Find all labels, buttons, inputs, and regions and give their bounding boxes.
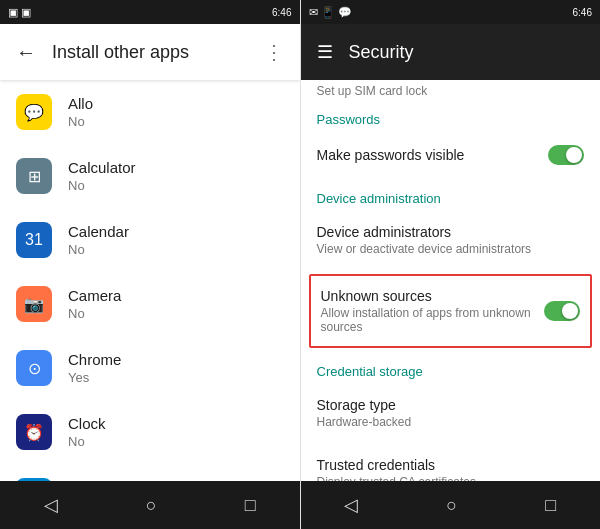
left-toolbar: ← Install other apps ⋮ — [0, 24, 300, 80]
app-list: 💬 Allo No ⊞ Calculator No 31 Calendar No… — [0, 80, 300, 481]
settings-item-row: Storage type Hardware-backed — [317, 397, 585, 429]
settings-item-text: Trusted credentials Display trusted CA c… — [317, 457, 476, 481]
right-bottom-nav: ◁ ○ □ — [301, 481, 601, 529]
left-status-bar: ▣ ▣ 6:46 — [0, 0, 300, 24]
settings-list: Set up SIM card lock Passwords Make pass… — [301, 80, 601, 481]
recents-nav-button[interactable]: □ — [229, 487, 272, 524]
app-status: No — [68, 306, 284, 321]
left-status-time: 6:46 — [272, 7, 291, 18]
left-status-right: 6:46 — [272, 7, 291, 18]
settings-item[interactable]: Make passwords visible — [301, 131, 601, 179]
app-status: No — [68, 242, 284, 257]
settings-item[interactable]: Device administrators View or deactivate… — [301, 210, 601, 270]
settings-item-title: Trusted credentials — [317, 457, 476, 473]
back-nav-button[interactable]: ◁ — [28, 486, 74, 524]
app-info: Calculator No — [68, 159, 284, 193]
app-name: Chrome — [68, 351, 284, 368]
left-bottom-nav: ◁ ○ □ — [0, 481, 300, 529]
settings-item-title: Make passwords visible — [317, 147, 465, 163]
left-toolbar-title: Install other apps — [52, 42, 248, 63]
right-status-icons: ✉ 📱 💬 — [309, 6, 352, 19]
app-icon: 💬 — [16, 94, 52, 130]
app-status: Yes — [68, 370, 284, 385]
more-options-button[interactable]: ⋮ — [264, 40, 284, 64]
settings-item-desc: Allow installation of apps from unknown … — [321, 306, 545, 334]
right-toolbar: ☰ Security — [301, 24, 601, 80]
hamburger-menu-button[interactable]: ☰ — [317, 41, 333, 63]
left-status-left: ▣ ▣ — [8, 6, 31, 19]
settings-item-desc: Hardware-backed — [317, 415, 412, 429]
right-status-time: 6:46 — [573, 7, 592, 18]
app-name: Calculator — [68, 159, 284, 176]
app-status: No — [68, 114, 284, 129]
settings-item-row: Trusted credentials Display trusted CA c… — [317, 457, 585, 481]
app-status: No — [68, 434, 284, 449]
app-icon: ⊙ — [16, 350, 52, 386]
app-name: Camera — [68, 287, 284, 304]
home-nav-button[interactable]: ○ — [130, 487, 173, 524]
settings-item-row: Make passwords visible — [317, 145, 585, 165]
right-status-right: 6:46 — [573, 7, 592, 18]
app-icon: ⏰ — [16, 414, 52, 450]
app-info: Camera No — [68, 287, 284, 321]
settings-item[interactable]: Storage type Hardware-backed — [301, 383, 601, 443]
right-recents-nav-button[interactable]: □ — [529, 487, 572, 524]
settings-item[interactable]: Trusted credentials Display trusted CA c… — [301, 443, 601, 481]
right-panel: ✉ 📱 💬 6:46 ☰ Security Set up SIM card lo… — [301, 0, 601, 529]
settings-item-title: Storage type — [317, 397, 412, 413]
settings-item-desc: View or deactivate device administrators — [317, 242, 532, 256]
app-name: Clock — [68, 415, 284, 432]
right-status-bar: ✉ 📱 💬 6:46 — [301, 0, 601, 24]
settings-item-row: Device administrators View or deactivate… — [317, 224, 585, 256]
app-list-item[interactable]: 💬 Allo No — [0, 80, 300, 144]
app-icon: 31 — [16, 222, 52, 258]
settings-section-header: Passwords — [301, 100, 601, 131]
settings-item-text: Storage type Hardware-backed — [317, 397, 412, 429]
settings-item-title: Device administrators — [317, 224, 532, 240]
app-list-item[interactable]: 31 Calendar No — [0, 208, 300, 272]
app-info: Chrome Yes — [68, 351, 284, 385]
settings-section-header: Device administration — [301, 179, 601, 210]
app-info: Allo No — [68, 95, 284, 129]
back-button[interactable]: ← — [16, 41, 36, 64]
app-list-item[interactable]: ☁ Cloud Print No — [0, 464, 300, 481]
right-home-nav-button[interactable]: ○ — [430, 487, 473, 524]
right-toolbar-title: Security — [349, 42, 585, 63]
right-back-nav-button[interactable]: ◁ — [328, 486, 374, 524]
truncated-item: Set up SIM card lock — [301, 80, 601, 100]
settings-item-title: Unknown sources — [321, 288, 545, 304]
app-icon: ⊞ — [16, 158, 52, 194]
app-list-item[interactable]: 📷 Camera No — [0, 272, 300, 336]
app-list-item[interactable]: ⊙ Chrome Yes — [0, 336, 300, 400]
app-info: Clock No — [68, 415, 284, 449]
settings-item-text: Make passwords visible — [317, 147, 465, 163]
app-info: Calendar No — [68, 223, 284, 257]
app-status: No — [68, 178, 284, 193]
right-status-left: ✉ 📱 💬 — [309, 6, 352, 19]
app-name: Calendar — [68, 223, 284, 240]
app-list-item[interactable]: ⊞ Calculator No — [0, 144, 300, 208]
left-panel: ▣ ▣ 6:46 ← Install other apps ⋮ 💬 Allo N… — [0, 0, 301, 529]
app-icon: 📷 — [16, 286, 52, 322]
app-name: Allo — [68, 95, 284, 112]
settings-item[interactable]: Unknown sources Allow installation of ap… — [309, 274, 593, 348]
toggle-switch[interactable] — [548, 145, 584, 165]
toggle-switch[interactable] — [544, 301, 580, 321]
settings-section-header: Credential storage — [301, 352, 601, 383]
left-status-icons: ▣ ▣ — [8, 6, 31, 19]
settings-item-text: Device administrators View or deactivate… — [317, 224, 532, 256]
settings-item-text: Unknown sources Allow installation of ap… — [321, 288, 545, 334]
settings-item-row: Unknown sources Allow installation of ap… — [321, 288, 581, 334]
app-list-item[interactable]: ⏰ Clock No — [0, 400, 300, 464]
